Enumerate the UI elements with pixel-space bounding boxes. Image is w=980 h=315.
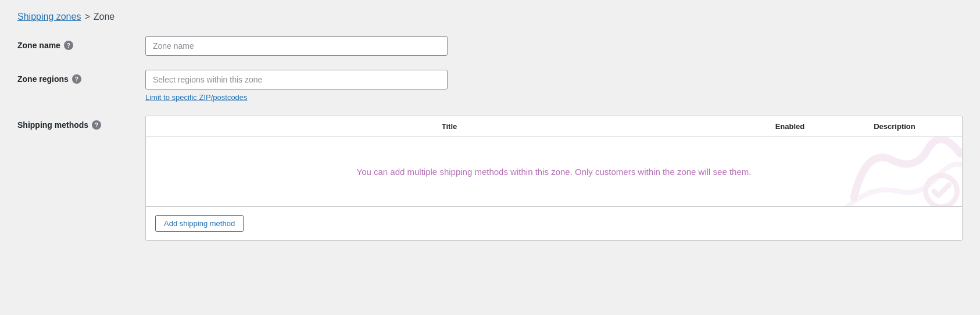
zone-name-field-cell bbox=[145, 36, 963, 56]
watermark-icon bbox=[840, 137, 962, 207]
limit-zip-link[interactable]: Limit to specific ZIP/postcodes bbox=[145, 93, 963, 102]
table-header-title: Title bbox=[155, 122, 743, 131]
zone-regions-row: Zone regions ? Limit to specific ZIP/pos… bbox=[17, 70, 963, 102]
breadcrumb-separator: > bbox=[84, 12, 90, 22]
table-empty-message: You can add multiple shipping methods wi… bbox=[357, 167, 752, 177]
zone-regions-field-cell: Limit to specific ZIP/postcodes bbox=[145, 70, 963, 102]
zone-name-label-cell: Zone name ? bbox=[17, 36, 145, 50]
shipping-methods-label-cell: Shipping methods ? bbox=[17, 116, 145, 130]
shipping-methods-label: Shipping methods bbox=[17, 120, 88, 130]
add-shipping-method-button[interactable]: Add shipping method bbox=[155, 215, 244, 232]
zone-name-label: Zone name bbox=[17, 41, 60, 50]
breadcrumb: Shipping zones > Zone bbox=[17, 12, 963, 22]
table-header: Title Enabled Description bbox=[146, 116, 962, 137]
zone-name-help-icon[interactable]: ? bbox=[64, 41, 73, 50]
table-footer: Add shipping method bbox=[146, 207, 962, 240]
shipping-methods-table: Title Enabled Description You can add mu… bbox=[145, 116, 963, 241]
zone-regions-label: Zone regions bbox=[17, 74, 69, 84]
table-header-enabled: Enabled bbox=[743, 122, 836, 131]
zone-regions-input[interactable] bbox=[145, 70, 448, 90]
zone-name-input[interactable] bbox=[145, 36, 448, 56]
zone-regions-label-cell: Zone regions ? bbox=[17, 70, 145, 84]
breadcrumb-current: Zone bbox=[94, 12, 115, 22]
table-empty-area: You can add multiple shipping methods wi… bbox=[146, 137, 962, 207]
table-header-description: Description bbox=[836, 122, 953, 131]
zone-regions-help-icon[interactable]: ? bbox=[72, 74, 81, 84]
zone-name-row: Zone name ? bbox=[17, 36, 963, 56]
shipping-methods-help-icon[interactable]: ? bbox=[92, 120, 101, 130]
shipping-methods-row: Shipping methods ? Title Enabled Descrip… bbox=[17, 116, 963, 241]
breadcrumb-link[interactable]: Shipping zones bbox=[17, 12, 81, 22]
